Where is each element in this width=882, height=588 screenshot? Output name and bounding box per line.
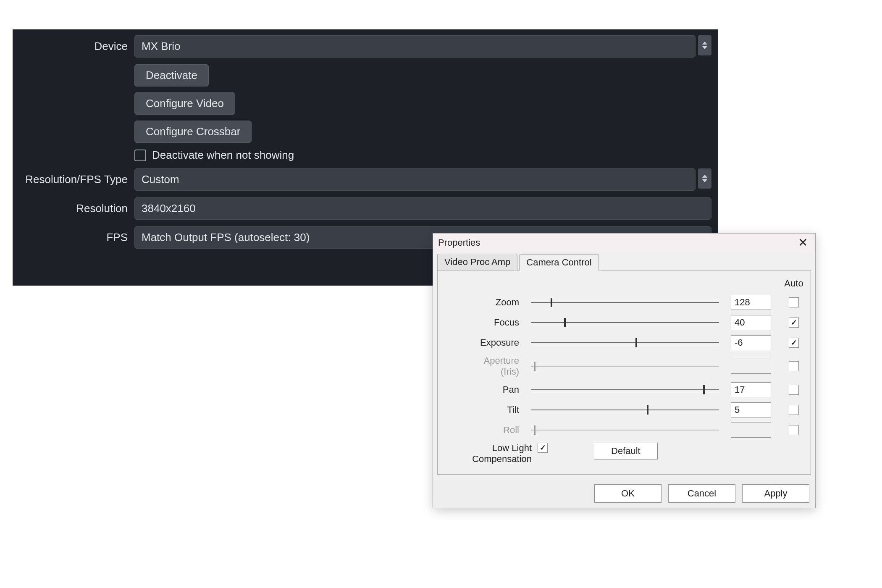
resolution-value: 3840x2160 <box>142 202 196 215</box>
up-down-icon[interactable] <box>698 168 711 189</box>
dialog-titlebar: Properties ✕ <box>433 234 815 252</box>
camera-control-panel: Auto Zoom128Focus40Exposure-6Aperture (I… <box>437 270 811 475</box>
control-auto-checkbox[interactable] <box>789 318 799 328</box>
resolution-fps-type-value: Custom <box>142 173 179 186</box>
control-slider[interactable] <box>531 385 719 395</box>
tab-video-proc-amp[interactable]: Video Proc Amp <box>437 254 517 270</box>
control-value-input[interactable]: 17 <box>731 382 771 397</box>
deactivate-when-not-showing-label: Deactivate when not showing <box>152 149 294 162</box>
resolution-fps-type-select[interactable]: Custom <box>134 168 711 191</box>
apply-button[interactable]: Apply <box>742 484 809 503</box>
properties-dialog: Properties ✕ Video Proc Amp Camera Contr… <box>433 233 816 508</box>
device-label: Device <box>13 40 134 53</box>
auto-column-header: Auto <box>783 278 805 289</box>
device-value: MX Brio <box>142 40 180 53</box>
control-row: Exposure-6 <box>444 333 805 353</box>
control-label: Pan <box>444 384 519 395</box>
up-down-icon[interactable] <box>698 35 711 55</box>
fps-value: Match Output FPS (autoselect: 30) <box>142 231 310 244</box>
control-value-input[interactable]: 40 <box>731 315 771 330</box>
fps-label: FPS <box>13 231 134 244</box>
control-slider <box>531 361 719 371</box>
control-auto-checkbox[interactable] <box>789 338 799 348</box>
close-icon[interactable]: ✕ <box>795 237 810 249</box>
control-label: Exposure <box>444 337 519 348</box>
control-auto-checkbox[interactable] <box>789 297 799 307</box>
control-row: Focus40 <box>444 312 805 333</box>
control-auto-checkbox <box>789 361 799 371</box>
cancel-button[interactable]: Cancel <box>668 484 735 503</box>
ok-button[interactable]: OK <box>594 484 662 503</box>
control-auto-checkbox <box>789 425 799 435</box>
control-row: Tilt5 <box>444 400 805 420</box>
deactivate-button[interactable]: Deactivate <box>134 64 209 87</box>
configure-crossbar-button[interactable]: Configure Crossbar <box>134 121 252 143</box>
device-select[interactable]: MX Brio <box>134 35 711 58</box>
control-slider[interactable] <box>531 405 719 415</box>
configure-video-button[interactable]: Configure Video <box>134 92 235 115</box>
control-row: Pan17 <box>444 380 805 400</box>
control-slider[interactable] <box>531 297 719 307</box>
control-value-input <box>731 359 771 374</box>
control-slider[interactable] <box>531 338 719 348</box>
low-light-compensation-label: Low Light Compensation <box>444 443 532 465</box>
control-auto-checkbox[interactable] <box>789 405 799 415</box>
low-light-compensation-checkbox[interactable] <box>538 443 548 453</box>
control-label: Zoom <box>444 297 519 308</box>
control-value-input[interactable]: 128 <box>731 295 771 310</box>
tab-camera-control[interactable]: Camera Control <box>519 254 598 270</box>
control-label: Focus <box>444 317 519 328</box>
control-auto-checkbox[interactable] <box>789 385 799 395</box>
control-label: Tilt <box>444 404 519 415</box>
control-row: Aperture (Iris) <box>444 353 805 380</box>
control-slider[interactable] <box>531 318 719 328</box>
deactivate-when-not-showing-checkbox[interactable] <box>134 150 146 161</box>
control-value-input[interactable]: -6 <box>731 335 771 350</box>
resolution-label: Resolution <box>13 202 134 215</box>
resolution-select[interactable]: 3840x2160 <box>134 197 711 220</box>
dialog-title: Properties <box>438 237 480 248</box>
default-button[interactable]: Default <box>594 443 658 459</box>
control-row: Zoom128 <box>444 292 805 312</box>
control-slider <box>531 425 719 435</box>
control-row: Roll <box>444 420 805 440</box>
control-value-input <box>731 423 771 438</box>
control-value-input[interactable]: 5 <box>731 402 771 417</box>
resolution-fps-type-label: Resolution/FPS Type <box>13 173 134 186</box>
control-label: Aperture (Iris) <box>444 355 519 377</box>
control-label: Roll <box>444 425 519 436</box>
